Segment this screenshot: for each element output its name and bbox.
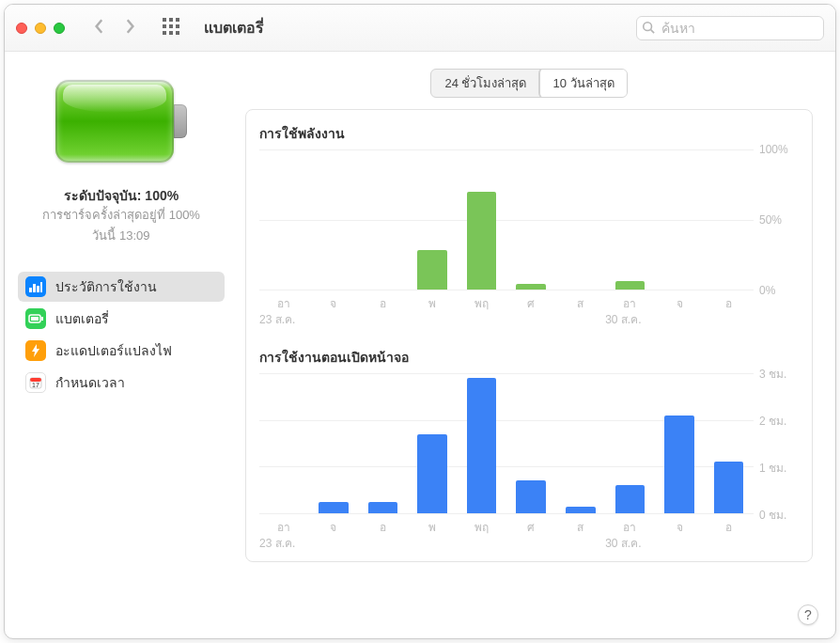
status-time: วันนี้ 13:09 [42, 226, 200, 245]
battery-status: ระดับปัจจุบัน: 100% การชาร์จครั้งล่าสุดอ… [42, 185, 200, 245]
svg-rect-16 [31, 317, 39, 321]
x-secondary-label [309, 310, 359, 328]
x-secondary-label [358, 534, 408, 552]
sidebar-item-adapter[interactable]: อะแดปเตอร์แปลงไฟ [18, 336, 225, 366]
segment-10d[interactable]: 10 วันล่าสุด [539, 69, 628, 98]
svg-rect-2 [176, 18, 179, 22]
bar [516, 480, 546, 513]
svg-rect-3 [163, 24, 166, 28]
search-icon [642, 21, 655, 38]
svg-rect-7 [169, 31, 173, 35]
bar [664, 416, 694, 513]
y-tick: 0 ชม. [759, 506, 786, 524]
status-last-charge: การชาร์จครั้งล่าสุดอยู่ที่ 100% [42, 208, 200, 224]
status-level: ระดับปัจจุบัน: 100% [42, 185, 200, 206]
chart-plot [259, 149, 754, 290]
svg-rect-1 [169, 18, 173, 22]
sidebar-item-history[interactable]: ประวัติการใช้งาน [18, 272, 225, 302]
bar [417, 434, 447, 513]
x-secondary-label [457, 310, 506, 328]
bar [368, 502, 398, 513]
energy-usage-chart: การใช้พลังงาน 100%50%0% อาจอพพฤศสอาจอ 23… [259, 123, 799, 328]
sidebar-item-schedule[interactable]: 17 กำหนดเวลา [18, 368, 225, 398]
nav-buttons [93, 18, 136, 39]
chart-yaxis: 100%50%0% [754, 149, 799, 290]
page-title: แบตเตอรี่ [204, 16, 264, 39]
bar [319, 502, 349, 513]
segment-control-wrap: 24 ชั่วโมงล่าสุด 10 วันล่าสุด [245, 69, 813, 98]
bar [714, 462, 744, 513]
back-button[interactable] [93, 18, 106, 39]
sidebar-nav: ประวัติการใช้งาน แบตเตอรี่ อะแดปเตอร์แปล… [18, 272, 225, 398]
y-tick: 3 ชม. [759, 365, 786, 383]
x-secondary-label [457, 534, 506, 552]
x-secondary-label [655, 310, 705, 328]
x-secondary-label [358, 310, 408, 328]
maximize-button[interactable] [54, 23, 65, 34]
x-secondary-label: 23 ส.ค. [259, 310, 309, 328]
sidebar-item-label: แบตเตอรี่ [55, 308, 109, 329]
sidebar-item-label: อะแดปเตอร์แปลงไฟ [55, 340, 172, 361]
window: แบตเตอรี่ ระดับปัจจุบัน: 100% การชาร์จคร… [4, 4, 836, 639]
search-field-wrap [636, 16, 824, 40]
x-secondary-label [704, 534, 754, 552]
calendar-icon: 17 [25, 372, 46, 393]
chart-title-energy: การใช้พลังงาน [259, 123, 799, 144]
x-secondary-label [556, 310, 606, 328]
x-secondary-label [506, 534, 556, 552]
chart-yaxis: 3 ชม.2 ชม.1 ชม.0 ชม. [754, 373, 799, 514]
grid-toggle-icon[interactable] [163, 18, 179, 39]
svg-rect-10 [29, 288, 32, 292]
segment-24h[interactable]: 24 ชั่วโมงล่าสุด [431, 70, 539, 97]
svg-rect-13 [40, 282, 42, 292]
bar [467, 378, 497, 513]
svg-rect-4 [169, 24, 173, 28]
battery-icon [25, 308, 46, 329]
chart-title-screen: การใช้งานตอนเปิดหน้าจอ [259, 347, 799, 368]
chart-xaxis-secondary: 23 ส.ค.30 ส.ค. [259, 534, 799, 552]
y-tick: 0% [759, 284, 775, 297]
svg-rect-12 [37, 286, 39, 292]
svg-rect-6 [163, 31, 166, 35]
x-secondary-label [704, 310, 754, 328]
minimize-button[interactable] [35, 23, 46, 34]
svg-rect-11 [33, 284, 36, 292]
bar [566, 507, 596, 513]
svg-rect-8 [176, 31, 179, 35]
content: 24 ชั่วโมงล่าสุด 10 วันล่าสุด การใช้พลัง… [238, 52, 835, 638]
segment-control: 24 ชั่วโมงล่าสุด 10 วันล่าสุด [430, 69, 627, 98]
search-input[interactable] [636, 16, 824, 40]
bar [516, 284, 546, 290]
help-button[interactable]: ? [798, 604, 818, 625]
x-secondary-label [556, 534, 606, 552]
bolt-icon [25, 340, 46, 361]
svg-point-9 [644, 22, 652, 30]
x-secondary-label [408, 534, 458, 552]
body: ระดับปัจจุบัน: 100% การชาร์จครั้งล่าสุดอ… [5, 52, 835, 638]
bar [417, 250, 447, 290]
y-tick: 100% [759, 143, 788, 156]
chart-xaxis-secondary: 23 ส.ค.30 ส.ค. [259, 310, 799, 328]
bar [467, 192, 497, 290]
screen-on-chart: การใช้งานตอนเปิดหน้าจอ 3 ชม.2 ชม.1 ชม.0 … [259, 347, 799, 552]
titlebar: แบตเตอรี่ [5, 5, 835, 52]
y-tick: 2 ชม. [759, 412, 786, 430]
x-secondary-label: 23 ส.ค. [259, 534, 309, 552]
bar [615, 281, 646, 290]
y-tick: 50% [759, 213, 782, 227]
history-icon [25, 276, 46, 297]
x-secondary-label [506, 310, 556, 328]
chart-energy: 100%50%0% [259, 149, 799, 290]
y-tick: 1 ชม. [759, 459, 786, 477]
x-secondary-label [655, 534, 705, 552]
chart-screen: 3 ชม.2 ชม.1 ชม.0 ชม. [259, 373, 799, 514]
chart-panel: การใช้พลังงาน 100%50%0% อาจอพพฤศสอาจอ 23… [245, 109, 813, 562]
svg-text:17: 17 [32, 382, 39, 388]
sidebar-item-label: ประวัติการใช้งาน [55, 276, 157, 297]
close-button[interactable] [16, 23, 27, 34]
x-secondary-label [309, 534, 359, 552]
svg-rect-0 [163, 18, 166, 22]
x-secondary-label: 30 ส.ค. [605, 534, 655, 552]
sidebar-item-battery[interactable]: แบตเตอรี่ [18, 304, 225, 334]
forward-button[interactable] [123, 18, 136, 39]
